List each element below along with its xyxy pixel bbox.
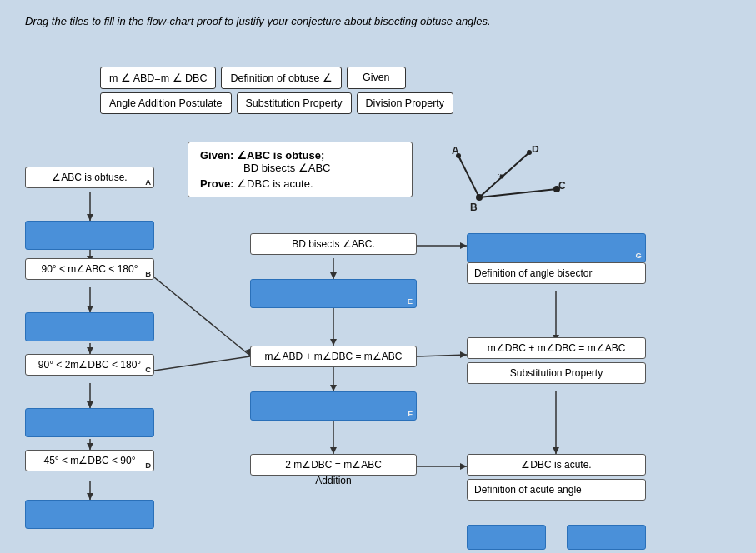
- def-bisector-text: Definition of angle bisector: [474, 267, 592, 279]
- box-2mdbc: 2 m∠DBC = m∠ABC: [250, 454, 417, 476]
- svg-point-40: [476, 194, 483, 201]
- svg-marker-17: [460, 242, 467, 249]
- tile-def-obtuse[interactable]: Definition of obtuse ∠: [221, 67, 342, 89]
- def-acute-text: Definition of acute angle: [474, 484, 582, 496]
- given-text2: BD bisects ∠ABC: [200, 162, 400, 174]
- ninety-2dbc-label: C: [145, 365, 151, 374]
- tiles-area: m ∠ ABD=m ∠ DBC Definition of obtuse ∠ G…: [100, 67, 453, 114]
- tile-division[interactable]: Division Property: [357, 92, 453, 114]
- box-def-acute: Definition of acute angle: [467, 479, 646, 501]
- tile-substitution[interactable]: Substitution Property: [237, 92, 352, 114]
- abc-obtuse-label: A: [145, 177, 151, 187]
- svg-marker-30: [553, 447, 559, 454]
- tile-row-1: m ∠ ABD=m ∠ DBC Definition of obtuse ∠ G…: [100, 67, 453, 89]
- svg-text:A: A: [452, 146, 459, 157]
- blue-box-D[interactable]: [25, 500, 154, 529]
- flowchart: Given: ∠ABC is obtuse; BD bisects ∠ABC P…: [25, 142, 742, 533]
- forty5-90-text: 45° < m∠DBC < 90°: [44, 455, 136, 466]
- prove-label: Prove:: [200, 177, 233, 190]
- svg-marker-10: [87, 347, 93, 354]
- box-45-90: 45° < m∠DBC < 90° D: [25, 450, 154, 471]
- box-mabd: m∠ABD + m∠DBC = m∠ABC: [250, 346, 417, 367]
- given-line: Given: ∠ABC is obtuse;: [200, 149, 400, 162]
- F-label: F: [408, 409, 413, 418]
- two-mdbc-text: 2 m∠DBC = m∠ABC: [285, 459, 382, 471]
- diagram-area: A D B C ...: [433, 146, 567, 221]
- given-text: ∠ABC is obtuse;: [237, 149, 324, 162]
- box-90-180: 90° < m∠ABC < 180° B: [25, 258, 154, 280]
- box-bd-bisects: BD bisects ∠ABC.: [250, 233, 417, 255]
- svg-marker-19: [330, 339, 337, 346]
- svg-marker-23: [330, 447, 337, 454]
- blue-box-G[interactable]: G: [467, 233, 646, 262]
- blue-box-C[interactable]: [25, 408, 154, 437]
- svg-line-36: [479, 152, 529, 197]
- svg-marker-11: [87, 401, 93, 408]
- svg-marker-13: [87, 493, 93, 500]
- given-label: Given:: [200, 149, 233, 162]
- prove-text: ∠DBC is acute.: [237, 177, 313, 190]
- svg-marker-9: [87, 306, 93, 312]
- svg-line-35: [458, 156, 479, 197]
- diagram-svg: A D B C ...: [433, 146, 567, 221]
- bd-bisects-text: BD bisects ∠ABC.: [292, 238, 375, 250]
- tile-row-2: Angle Addition Postulate Substitution Pr…: [100, 92, 453, 114]
- svg-marker-21: [330, 385, 337, 391]
- dbc-acute-text: ∠DBC is acute.: [521, 459, 591, 471]
- addition-label: Addition: [250, 475, 417, 486]
- tile-mabd-mdbc[interactable]: m ∠ ABD=m ∠ DBC: [100, 67, 216, 89]
- instruction-text: Drag the tiles to fill in the flow-chart…: [25, 15, 491, 27]
- svg-text:D: D: [532, 146, 539, 155]
- G-label: G: [636, 251, 642, 260]
- ninety-180-text: 90° < m∠ABC < 180°: [42, 263, 138, 275]
- svg-line-24: [154, 277, 250, 356]
- box-def-bisector: Definition of angle bisector: [467, 262, 646, 284]
- svg-text:B: B: [470, 202, 478, 213]
- subst-text: Substitution Property: [510, 367, 603, 379]
- svg-line-26: [154, 356, 250, 371]
- svg-marker-15: [330, 272, 337, 279]
- given-prove-box: Given: ∠ABC is obtuse; BD bisects ∠ABC P…: [188, 142, 413, 197]
- mdbc-eq-text: m∠DBC + m∠DBC = m∠ABC: [488, 342, 626, 354]
- svg-marker-7: [87, 214, 93, 221]
- box-subst-prop: Substitution Property: [467, 362, 646, 384]
- forty5-90-label: D: [145, 461, 151, 470]
- tile-angle-addition[interactable]: Angle Addition Postulate: [100, 92, 232, 114]
- E-label: E: [408, 296, 413, 306]
- box-dbc-acute: ∠DBC is acute.: [467, 454, 646, 476]
- ninety-2dbc-text: 90° < 2m∠DBC < 180°: [38, 359, 141, 371]
- blue-bottom-box-2[interactable]: [567, 525, 646, 550]
- blue-box-B[interactable]: [25, 312, 154, 341]
- abc-obtuse-text: ∠ABC is obtuse.: [52, 172, 127, 183]
- svg-text:C: C: [558, 180, 566, 192]
- tile-given[interactable]: Given: [347, 67, 406, 89]
- blue-box-A[interactable]: [25, 221, 154, 250]
- svg-marker-12: [87, 443, 93, 450]
- svg-line-31: [417, 355, 467, 356]
- box-mdbc-eq: m∠DBC + m∠DBC = m∠ABC: [467, 337, 646, 359]
- svg-line-37: [479, 189, 557, 197]
- svg-marker-32: [460, 351, 467, 358]
- box-abc-obtuse: ∠ABC is obtuse. A: [25, 167, 154, 188]
- prove-line: Prove: ∠DBC is acute.: [200, 177, 400, 190]
- svg-text:...: ...: [498, 168, 504, 177]
- blue-box-F[interactable]: F: [250, 391, 417, 421]
- mabd-text: m∠ABD + m∠DBC = m∠ABC: [264, 351, 402, 362]
- ninety-180-label: B: [145, 269, 151, 278]
- svg-marker-34: [460, 463, 467, 470]
- blue-box-E[interactable]: E: [250, 279, 417, 308]
- box-90-2dbc: 90° < 2m∠DBC < 180° C: [25, 354, 154, 376]
- blue-bottom-box-1[interactable]: [467, 525, 546, 550]
